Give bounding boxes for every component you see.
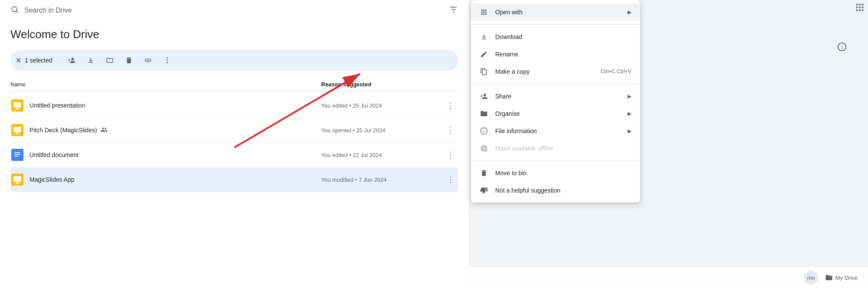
more-button[interactable] (158, 52, 176, 69)
row-more-button[interactable]: ⋮ (443, 147, 458, 163)
storage-info: me (804, 271, 818, 285)
menu-item-open-with[interactable]: Open with ▶ (471, 3, 640, 21)
close-icon: ✕ (16, 56, 21, 65)
move-button[interactable] (101, 52, 118, 69)
file-icon-docs (10, 148, 24, 162)
svg-line-1 (16, 11, 18, 13)
svg-rect-21 (13, 176, 21, 182)
svg-text:i: i (842, 44, 843, 50)
info-button[interactable]: i (833, 38, 851, 56)
file-name: Pitch Deck (MagicSlides) (30, 127, 97, 134)
menu-label-file-information: File information (495, 128, 621, 134)
menu-item-share[interactable]: Share ▶ (471, 88, 640, 105)
trash-icon (480, 169, 488, 177)
file-info-arrow: ▶ (628, 128, 631, 134)
menu-item-file-information[interactable]: File information ▶ (471, 122, 640, 140)
organise-icon (480, 109, 488, 118)
avatar: me (804, 271, 818, 285)
file-icon-slides (10, 123, 24, 137)
delete-button[interactable] (120, 52, 138, 69)
menu-item-organise[interactable]: Organise ▶ (471, 105, 640, 122)
file-reason: You edited • 22 Jul 2024 (321, 152, 443, 158)
rename-icon (480, 50, 488, 59)
file-row[interactable]: Untitled presentation You edited • 25 Ju… (10, 93, 458, 118)
svg-rect-18 (14, 154, 20, 155)
file-reason: You edited • 25 Jul 2024 (321, 102, 443, 109)
row-more-button[interactable]: ⋮ (443, 98, 458, 113)
file-row[interactable]: Pitch Deck (MagicSlides) You opened • 25… (10, 118, 458, 143)
shared-icon (101, 126, 108, 134)
menu-item-make-copy[interactable]: Make a copy Ctrl+C Ctrl+V (471, 63, 640, 80)
menu-label-rename: Rename (495, 51, 631, 58)
toolbar-actions (63, 52, 176, 69)
svg-rect-11 (15, 109, 20, 110)
context-menu: Open with ▶ Download Rename Make a copy … (471, 0, 640, 203)
menu-item-make-offline: Make available offline (471, 140, 640, 157)
file-name-wrap: Untitled document (30, 151, 321, 158)
thumbs-down-icon (480, 186, 488, 195)
svg-rect-13 (13, 127, 21, 132)
menu-divider-1 (471, 24, 640, 25)
menu-item-move-to-bin[interactable]: Move to bin (471, 164, 640, 182)
search-icon (10, 5, 19, 16)
offline-icon (480, 144, 488, 153)
table-header: Name Reason suggested (10, 78, 458, 92)
my-drive-label: My Drive (835, 275, 858, 281)
organise-arrow: ▶ (628, 111, 631, 117)
file-icon-slides (10, 173, 24, 187)
file-reason: You opened • 25 Jul 2024 (321, 127, 443, 134)
file-name-wrap: Pitch Deck (MagicSlides) (30, 126, 321, 134)
svg-point-6 (166, 60, 168, 61)
add-person-button[interactable] (63, 52, 80, 69)
file-row[interactable]: Untitled document You edited • 22 Jul 20… (10, 143, 458, 167)
svg-rect-33 (859, 10, 861, 11)
link-button[interactable] (139, 52, 157, 69)
svg-rect-28 (862, 4, 864, 6)
open-with-icon (480, 8, 488, 16)
open-with-arrow: ▶ (628, 9, 631, 15)
row-more-button[interactable]: ⋮ (443, 122, 458, 138)
menu-label-make-offline: Make available offline (495, 145, 631, 152)
download-button[interactable] (82, 52, 99, 69)
selection-count: 1 selected (25, 57, 53, 64)
apps-grid-button[interactable] (855, 3, 865, 14)
svg-rect-17 (14, 152, 20, 153)
page-title: Welcome to Drive (10, 28, 458, 41)
svg-rect-29 (856, 7, 858, 8)
share-icon (480, 92, 488, 101)
column-reason-header: Reason suggested (321, 81, 443, 88)
search-bar: Search in Drive (10, 0, 458, 21)
selection-toolbar: ✕ 1 selected (10, 50, 458, 71)
svg-rect-10 (16, 108, 19, 109)
file-name-wrap: Untitled presentation (30, 102, 321, 109)
menu-label-organise: Organise (495, 110, 621, 117)
file-info-icon (480, 127, 488, 135)
row-more-button[interactable]: ⋮ (443, 172, 458, 187)
file-name: Untitled document (30, 151, 79, 158)
menu-label-open-with: Open with (495, 9, 621, 16)
svg-point-7 (166, 62, 168, 63)
share-arrow: ▶ (628, 93, 631, 99)
deselect-button[interactable]: ✕ (16, 56, 21, 65)
menu-label-share: Share (495, 93, 621, 100)
column-name-header: Name (10, 81, 321, 88)
svg-rect-22 (16, 182, 19, 183)
menu-item-download[interactable]: Download (471, 28, 640, 46)
svg-rect-32 (856, 10, 858, 11)
menu-item-not-helpful[interactable]: Not a helpful suggestion (471, 182, 640, 199)
menu-label-download: Download (495, 33, 631, 40)
menu-item-rename[interactable]: Rename (471, 46, 640, 63)
menu-label-make-copy: Make a copy (495, 68, 594, 75)
svg-rect-14 (16, 133, 19, 134)
copy-icon (480, 67, 488, 76)
filter-button[interactable] (449, 5, 458, 16)
svg-rect-27 (859, 4, 861, 6)
drive-label-wrap: My Drive (825, 274, 858, 281)
svg-rect-30 (859, 7, 861, 8)
svg-rect-26 (856, 4, 858, 6)
file-name: MagicSlides App (30, 176, 75, 183)
menu-divider-2 (471, 84, 640, 84)
svg-rect-9 (13, 102, 21, 108)
download-icon (480, 33, 488, 41)
file-row-selected[interactable]: MagicSlides App You modified • 7 Jun 202… (10, 167, 458, 192)
